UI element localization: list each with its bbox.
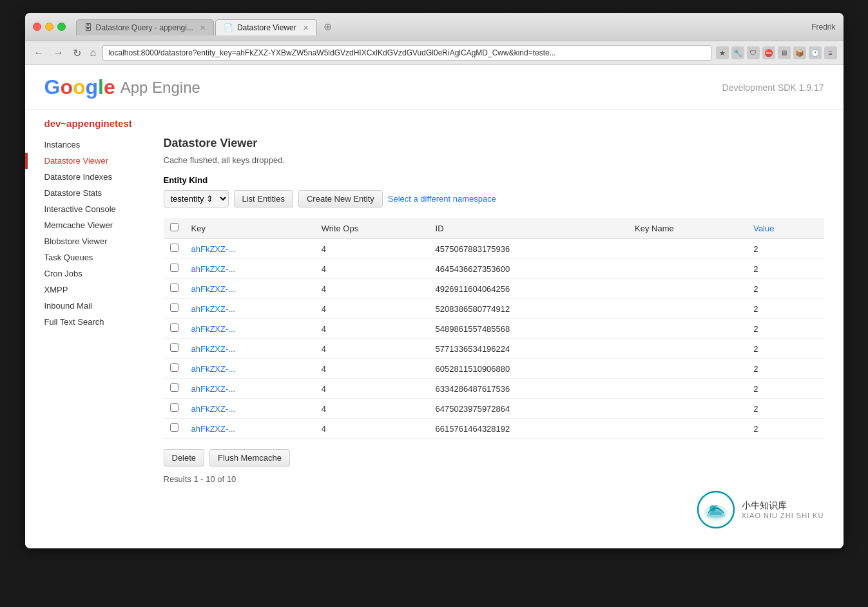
sidebar-item-xmpp[interactable]: XMPP xyxy=(44,282,144,298)
row-checkbox-2[interactable] xyxy=(170,284,178,292)
sidebar-item-instances[interactable]: Instances xyxy=(44,137,144,153)
sidebar-item-task-queues[interactable]: Task Queues xyxy=(44,249,144,265)
page-title: Datastore Viewer xyxy=(164,137,824,150)
row-key-link-9[interactable]: ahFkZXZ-... xyxy=(191,424,236,434)
row-checkbox-8[interactable] xyxy=(170,403,178,412)
row-key-link-2[interactable]: ahFkZXZ-... xyxy=(191,284,236,294)
row-write-ops-9: 4 xyxy=(315,419,429,439)
home-button[interactable]: ⌂ xyxy=(88,46,99,60)
row-key-9: ahFkZXZ-... xyxy=(185,419,315,439)
bottom-controls: Delete Flush Memcache xyxy=(164,449,824,467)
row-value-0: 2 xyxy=(747,239,824,259)
row-id-0: 4575067883175936 xyxy=(429,239,629,259)
extension-icon-5[interactable]: 📦 xyxy=(793,46,806,59)
row-write-ops-7: 4 xyxy=(315,379,429,399)
row-key-name-4 xyxy=(628,319,747,339)
entity-kind-select[interactable]: testentity ⇕ xyxy=(164,190,229,207)
row-key-link-6[interactable]: ahFkZXZ-... xyxy=(191,364,236,374)
extension-icon-4[interactable]: 🖥 xyxy=(778,46,791,59)
extension-icon-6[interactable]: 🕐 xyxy=(809,46,822,59)
row-key-0: ahFkZXZ-... xyxy=(185,239,315,259)
row-key-6: ahFkZXZ-... xyxy=(185,359,315,379)
extension-icon-1[interactable]: 🔧 xyxy=(731,46,744,59)
row-write-ops-6: 4 xyxy=(315,359,429,379)
row-key-link-7[interactable]: ahFkZXZ-... xyxy=(191,384,236,394)
row-checkbox-7[interactable] xyxy=(170,383,178,392)
row-key-link-4[interactable]: ahFkZXZ-... xyxy=(191,324,236,334)
row-write-ops-4: 4 xyxy=(315,319,429,339)
sidebar-item-interactive-console[interactable]: Interactive Console xyxy=(44,201,144,217)
watermark-pinyin: XIAO NIU ZHI SHI KU xyxy=(742,512,824,519)
reload-button[interactable]: ↻ xyxy=(70,46,84,61)
tab-datastore-viewer[interactable]: 📄 Datastore Viewer ✕ xyxy=(215,19,317,35)
row-key-4: ahFkZXZ-... xyxy=(185,319,315,339)
row-checkbox-5[interactable] xyxy=(170,343,178,352)
row-id-2: 4926911604064256 xyxy=(429,279,629,299)
new-tab-button[interactable]: ⊕ xyxy=(318,18,337,35)
forward-button[interactable]: → xyxy=(51,46,66,60)
sidebar-item-full-text-search[interactable]: Full Text Search xyxy=(44,314,144,330)
row-checkbox-4[interactable] xyxy=(170,323,178,332)
logo-google: Google xyxy=(44,75,115,99)
flush-memcache-button[interactable]: Flush Memcache xyxy=(209,449,290,467)
tab-label: Datastore Query - appengi... xyxy=(96,23,193,32)
row-key-5: ahFkZXZ-... xyxy=(185,339,315,359)
row-key-link-0[interactable]: ahFkZXZ-... xyxy=(191,244,236,254)
table-row: ahFkZXZ-... 4 5489861557485568 2 xyxy=(164,319,824,339)
url-input[interactable] xyxy=(102,45,711,61)
menu-icon[interactable]: ≡ xyxy=(824,46,837,59)
close-button[interactable] xyxy=(33,23,41,31)
user-name: Fredrik xyxy=(811,23,835,32)
sidebar-item-blobstore-viewer[interactable]: Blobstore Viewer xyxy=(44,233,144,249)
data-table: Key Write Ops ID Key Name Value ahFkZXZ-… xyxy=(164,218,824,439)
row-write-ops-8: 4 xyxy=(315,399,429,419)
sidebar-item-cron-jobs[interactable]: Cron Jobs xyxy=(44,265,144,282)
row-value-2: 2 xyxy=(747,279,824,299)
row-value-6: 2 xyxy=(747,359,824,379)
row-checkbox-3[interactable] xyxy=(170,304,178,312)
row-checkbox-9[interactable] xyxy=(170,423,178,432)
tab-datastore-query[interactable]: 🗄 Datastore Query - appengi... ✕ xyxy=(76,19,214,35)
maximize-button[interactable] xyxy=(57,23,66,31)
app-id: dev~appenginetest xyxy=(25,110,844,137)
row-key-link-1[interactable]: ahFkZXZ-... xyxy=(191,264,236,274)
sidebar-item-datastore-indexes[interactable]: Datastore Indexes xyxy=(44,169,144,185)
delete-button[interactable]: Delete xyxy=(164,449,205,467)
tab-close-icon[interactable]: ✕ xyxy=(303,24,309,32)
row-checkbox-cell xyxy=(164,359,185,379)
namespace-link[interactable]: Select a different namespace xyxy=(388,194,496,204)
sidebar-item-memcache-viewer[interactable]: Memcache Viewer xyxy=(44,217,144,233)
sidebar-item-datastore-stats[interactable]: Datastore Stats xyxy=(44,185,144,201)
row-key-name-3 xyxy=(628,299,747,319)
back-button[interactable]: ← xyxy=(32,46,47,60)
row-key-link-3[interactable]: ahFkZXZ-... xyxy=(191,304,236,314)
url-bar: ← → ↻ ⌂ ★ 🔧 🛡 ⛔ 🖥 📦 🕐 ≡ xyxy=(25,41,844,65)
extension-icon-3[interactable]: ⛔ xyxy=(762,46,775,59)
row-key-name-2 xyxy=(628,279,747,299)
table-row: ahFkZXZ-... 4 5771336534196224 2 xyxy=(164,339,824,359)
create-entity-button[interactable]: Create New Entity xyxy=(298,190,383,207)
row-checkbox-1[interactable] xyxy=(170,264,178,272)
header-value: Value xyxy=(747,218,824,239)
sidebar-item-inbound-mail[interactable]: Inbound Mail xyxy=(44,298,144,314)
sidebar-item-datastore-viewer[interactable]: Datastore Viewer xyxy=(44,153,144,169)
row-key-link-8[interactable]: ahFkZXZ-... xyxy=(191,404,236,414)
header-checkbox-cell xyxy=(164,218,185,239)
row-write-ops-1: 4 xyxy=(315,259,429,279)
extension-icon-2[interactable]: 🛡 xyxy=(747,46,760,59)
row-value-3: 2 xyxy=(747,299,824,319)
row-key-3: ahFkZXZ-... xyxy=(185,299,315,319)
row-key-link-5[interactable]: ahFkZXZ-... xyxy=(191,344,236,354)
list-entities-button[interactable]: List Entities xyxy=(234,190,293,207)
row-value-7: 2 xyxy=(747,379,824,399)
select-all-checkbox[interactable] xyxy=(170,223,178,231)
row-checkbox-0[interactable] xyxy=(170,244,178,252)
table-row: ahFkZXZ-... 4 6334286487617536 2 xyxy=(164,379,824,399)
row-checkbox-6[interactable] xyxy=(170,363,178,372)
row-key-name-5 xyxy=(628,339,747,359)
tab-close-icon[interactable]: ✕ xyxy=(200,24,206,32)
minimize-button[interactable] xyxy=(45,23,53,31)
bookmark-icon[interactable]: ★ xyxy=(716,46,729,59)
tab-label: Datastore Viewer xyxy=(237,23,296,32)
row-write-ops-2: 4 xyxy=(315,279,429,299)
